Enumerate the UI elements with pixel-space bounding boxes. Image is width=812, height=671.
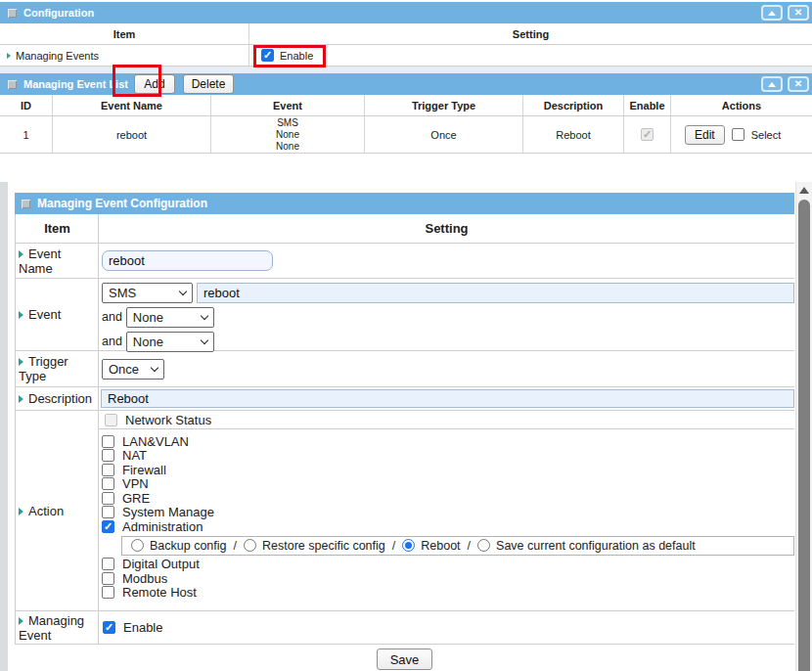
bullet-arrow-icon xyxy=(19,395,23,403)
save-default-label: Save current configuration as default xyxy=(496,539,696,553)
close-icon: ✕ xyxy=(794,8,802,18)
action-option: Administration xyxy=(102,519,794,534)
action-option: LAN&VLAN xyxy=(102,434,794,449)
close-button[interactable]: ✕ xyxy=(788,76,809,92)
managing-event-list-title: Managing Event List xyxy=(23,78,128,90)
row-event-name: reboot xyxy=(53,116,211,153)
event-type-value: SMS xyxy=(109,286,174,300)
managing-events-enable-checkbox[interactable] xyxy=(261,49,274,62)
trigger-type-setting-cell: Once xyxy=(99,351,794,386)
table-row: 1 reboot SMS None None Once Reboot Edit … xyxy=(0,116,812,154)
trigger-type-value: Once xyxy=(109,362,146,377)
separator: / xyxy=(234,539,237,553)
administration-checkbox[interactable] xyxy=(102,520,114,533)
column-header-id: ID xyxy=(0,95,53,115)
restore-specific-config-radio[interactable] xyxy=(244,539,256,552)
event-label: Event xyxy=(28,307,61,322)
managing-event-list-header: Managing Event List Add Delete ✕ xyxy=(0,73,812,95)
and-label: and xyxy=(102,310,122,324)
scrollbar[interactable] xyxy=(795,182,812,671)
left-gutter xyxy=(0,182,8,671)
managing-event-setting-cell: Enable xyxy=(99,611,794,644)
edit-button[interactable]: Edit xyxy=(685,125,725,145)
event-and2-select[interactable]: None xyxy=(126,332,214,352)
remote-host-checkbox[interactable] xyxy=(102,586,114,599)
reboot-radio[interactable] xyxy=(402,539,415,552)
chevron-down-icon xyxy=(151,363,158,371)
collapse-button[interactable] xyxy=(761,5,783,21)
column-header-setting: Setting xyxy=(99,214,794,243)
panel-square-icon xyxy=(8,9,17,18)
event-name-setting-cell xyxy=(99,244,794,278)
event-value-input[interactable] xyxy=(197,283,794,303)
event-configuration-viewport: Managing Event Configuration Item Settin… xyxy=(0,182,812,671)
panel-footer-strip xyxy=(0,67,812,73)
delete-button[interactable]: Delete xyxy=(183,74,234,94)
action-setting-cell: Network Status LAN&VLAN NAT xyxy=(99,411,794,610)
row-enable-cell xyxy=(624,116,671,153)
event-line: None xyxy=(276,129,299,141)
scrollbar-up-button[interactable] xyxy=(796,182,812,199)
event-list-table-header: ID Event Name Event Trigger Type Descrip… xyxy=(0,95,812,116)
digital-output-checkbox[interactable] xyxy=(102,558,114,570)
bullet-arrow-icon xyxy=(7,53,11,59)
firewall-checkbox[interactable] xyxy=(102,464,114,476)
lan-vlan-checkbox[interactable] xyxy=(102,435,114,448)
separator: / xyxy=(392,539,395,553)
row-enable-checkbox xyxy=(641,128,654,141)
backup-config-radio[interactable] xyxy=(131,539,144,552)
trigger-type-label: Trigger Type xyxy=(19,354,68,383)
nat-label: NAT xyxy=(122,448,147,463)
column-header-description: Description xyxy=(523,95,624,115)
action-option: System Manage xyxy=(102,506,794,520)
trigger-type-label-cell: Trigger Type xyxy=(16,351,99,386)
add-button[interactable]: Add xyxy=(134,74,175,94)
modbus-checkbox[interactable] xyxy=(102,572,114,585)
column-header-event-name: Event Name xyxy=(53,95,211,115)
column-header-item: Item xyxy=(0,23,249,44)
network-status-option: Network Status xyxy=(99,411,794,429)
event-row: Event SMS and xyxy=(16,279,794,351)
scrollbar-thumb[interactable] xyxy=(798,200,810,671)
separator: / xyxy=(468,539,471,553)
gre-checkbox[interactable] xyxy=(102,492,114,505)
event-type-select[interactable]: SMS xyxy=(102,283,193,303)
save-default-radio[interactable] xyxy=(477,539,490,552)
event-and1-value: None xyxy=(133,310,196,325)
action-checkbox-list: LAN&VLAN NAT Firewall xyxy=(99,429,794,600)
save-button[interactable]: Save xyxy=(377,649,433,670)
event-name-input[interactable] xyxy=(102,250,273,271)
chevron-down-icon xyxy=(201,311,208,319)
network-status-checkbox xyxy=(105,414,117,426)
managing-event-enable-checkbox[interactable] xyxy=(103,621,115,634)
panel-square-icon xyxy=(22,200,30,208)
action-option: Modbus xyxy=(102,571,794,586)
event-and1-select[interactable]: None xyxy=(126,307,214,328)
chevron-down-icon xyxy=(179,287,187,294)
bullet-arrow-icon xyxy=(19,250,23,258)
managing-event-list-panel: Managing Event List Add Delete ✕ ID Even… xyxy=(0,73,812,154)
vpn-checkbox[interactable] xyxy=(102,477,114,490)
action-option: Digital Output xyxy=(102,558,794,572)
reboot-label: Reboot xyxy=(421,539,460,553)
trigger-type-select[interactable]: Once xyxy=(102,359,164,380)
event-line: None xyxy=(276,141,299,153)
collapse-button[interactable] xyxy=(761,76,783,92)
nat-checkbox[interactable] xyxy=(102,449,114,462)
column-header-trigger-type: Trigger Type xyxy=(365,95,523,115)
action-option: NAT xyxy=(102,449,794,464)
vpn-label: VPN xyxy=(122,476,149,491)
description-input[interactable] xyxy=(101,389,794,408)
managing-event-configuration-title: Managing Event Configuration xyxy=(37,197,207,210)
action-option: Firewall xyxy=(102,463,794,477)
system-manage-checkbox[interactable] xyxy=(102,506,114,518)
close-button[interactable]: ✕ xyxy=(788,5,809,21)
panel-square-icon xyxy=(8,80,17,89)
select-checkbox[interactable] xyxy=(732,128,744,141)
action-option: VPN xyxy=(102,477,794,492)
configuration-title: Configuration xyxy=(23,7,94,19)
event-name-row: Event Name xyxy=(16,244,794,279)
bullet-arrow-icon xyxy=(19,617,23,625)
column-header-enable: Enable xyxy=(624,95,671,115)
column-header-event: Event xyxy=(211,95,365,115)
